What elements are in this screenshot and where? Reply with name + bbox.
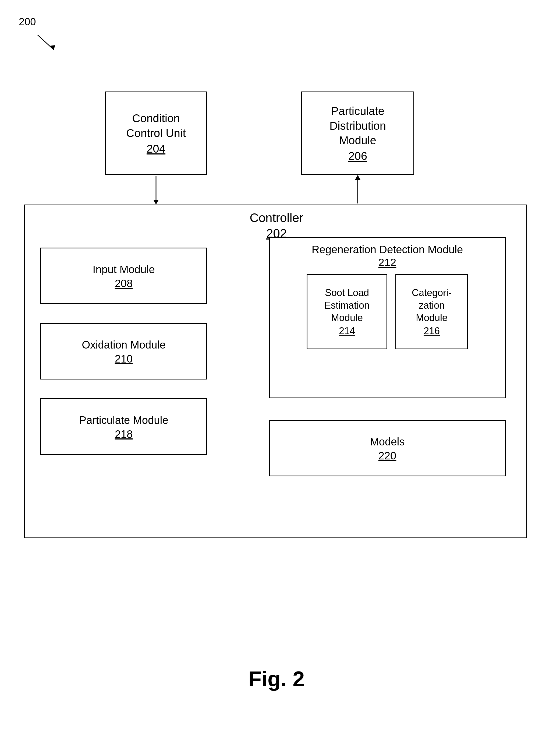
particulate-module-title: Particulate Module [79,413,168,427]
input-module-title: Input Module [92,262,155,276]
diagram-container: 200 ConditionControl Unit 204 Particulat… [0,0,553,756]
rdm-inner-boxes: Soot LoadEstimationModule 214 Categori-z… [307,274,468,349]
condition-control-unit-box: ConditionControl Unit 204 [105,91,207,175]
ccu-number: 204 [147,142,165,155]
controller-label-area: Controller 202 [0,210,553,240]
svg-line-0 [37,35,54,50]
slem-number: 214 [339,325,355,337]
figure-caption: Fig. 2 [0,667,553,691]
input-module-number: 208 [115,277,133,290]
models-number: 220 [379,450,396,462]
soot-load-estimation-module-box: Soot LoadEstimationModule 214 [307,274,387,349]
cm-number: 216 [424,325,440,337]
svg-marker-3 [153,200,159,205]
svg-marker-5 [355,175,361,180]
particulate-module-box: Particulate Module 218 [41,398,207,455]
rdm-title: Regeneration Detection Module [312,244,463,256]
rdm-title-area: Regeneration Detection Module 212 [312,243,463,269]
pdm-number: 206 [348,150,367,162]
models-title: Models [370,435,405,449]
particulate-distribution-module-box: ParticulateDistributionModule 206 [301,91,414,175]
ccu-title: ConditionControl Unit [126,111,186,140]
oxidation-module-number: 210 [115,353,133,365]
ref-label-200: 200 [19,16,36,28]
oxidation-module-title: Oxidation Module [82,338,165,352]
regeneration-detection-module-box: Regeneration Detection Module 212 Soot L… [269,237,506,398]
cm-title: Categori-zationModule [412,287,452,324]
slem-title: Soot LoadEstimationModule [324,287,370,324]
particulate-module-number: 218 [115,428,133,440]
controller-title: Controller [250,211,303,225]
rdm-number: 212 [379,257,396,268]
pdm-title: ParticulateDistributionModule [329,104,386,148]
models-box: Models 220 [269,420,506,476]
input-module-box: Input Module 208 [41,248,207,304]
categorization-module-box: Categori-zationModule 216 [395,274,468,349]
svg-marker-1 [50,45,55,50]
oxidation-module-box: Oxidation Module 210 [41,323,207,380]
